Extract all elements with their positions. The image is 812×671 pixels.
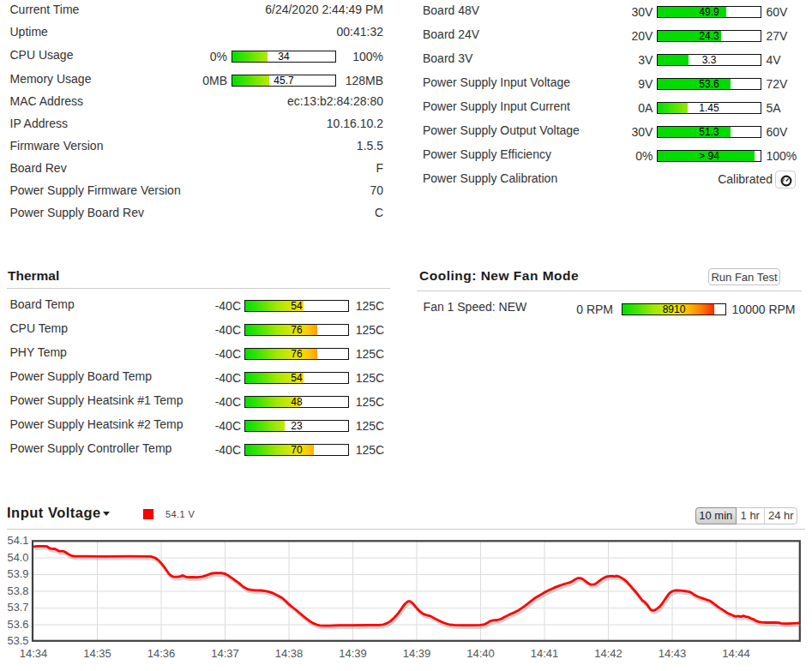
svg-text:14:40: 14:40 [466, 647, 495, 660]
svg-text:53.6: 53.6 [8, 618, 29, 631]
svg-text:54.0: 54.0 [8, 551, 29, 564]
svg-text:14:44: 14:44 [722, 647, 750, 660]
svg-text:53.9: 53.9 [8, 567, 29, 580]
svg-text:54.1: 54.1 [8, 534, 29, 547]
svg-text:14:42: 14:42 [594, 647, 623, 660]
svg-text:14:35: 14:35 [83, 647, 111, 660]
svg-text:53.7: 53.7 [8, 601, 29, 614]
svg-text:14:38: 14:38 [275, 647, 304, 660]
svg-text:53.5: 53.5 [8, 634, 29, 647]
svg-text:14:39: 14:39 [403, 647, 431, 660]
svg-text:14:37: 14:37 [211, 647, 239, 660]
svg-text:14:39: 14:39 [339, 647, 367, 660]
svg-text:14:41: 14:41 [531, 647, 559, 660]
svg-text:14:36: 14:36 [147, 647, 176, 660]
svg-text:14:43: 14:43 [659, 647, 687, 660]
svg-text:14:34: 14:34 [20, 647, 48, 660]
svg-text:53.8: 53.8 [8, 584, 29, 597]
